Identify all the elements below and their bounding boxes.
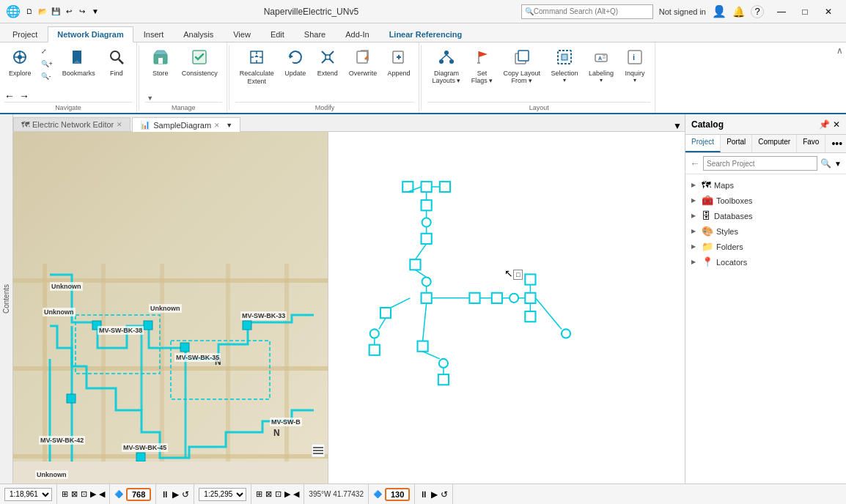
- tab-project[interactable]: Project: [3, 26, 47, 42]
- redo-button[interactable]: ↪: [76, 6, 88, 18]
- map-label-unknown-3: Unknown: [149, 304, 182, 313]
- copy-layout-button[interactable]: Copy LayoutFrom ▾: [499, 45, 545, 87]
- diagram-layouts-button[interactable]: DiagramLayouts ▾: [427, 45, 465, 87]
- notification-icon[interactable]: 🔔: [732, 6, 745, 18]
- map-pause-icon[interactable]: ⏸: [161, 489, 169, 500]
- map-nav-icon[interactable]: ▶: [90, 489, 96, 499]
- map-grid-icon[interactable]: ⊡: [81, 489, 87, 499]
- tree-item-databases[interactable]: ▶ 🗄 Databases: [685, 208, 846, 223]
- zoom-full-button[interactable]: ⤢: [37, 45, 56, 57]
- update-button[interactable]: Update: [280, 45, 311, 80]
- map-split-icon[interactable]: ◀: [99, 489, 105, 499]
- diag-scale-icon[interactable]: ⊠: [265, 489, 272, 499]
- map-refresh-icon[interactable]: ↺: [182, 489, 189, 500]
- electric-network-tab-label: Electric Network Editor: [32, 120, 114, 129]
- nav-forward[interactable]: →: [19, 90, 29, 102]
- catalog-close-icon[interactable]: ✕: [833, 119, 840, 130]
- tab-addin[interactable]: Add-In: [336, 26, 378, 42]
- svg-marker-9: [290, 54, 293, 59]
- sample-diagram-close[interactable]: ✕: [214, 122, 220, 129]
- catalog-search-input[interactable]: [703, 156, 817, 171]
- recalculate-extent-button[interactable]: RecalculateExtent: [235, 45, 279, 89]
- panel-options-left[interactable]: ▼: [670, 121, 685, 131]
- catalog-tab-favo[interactable]: Favo: [797, 135, 825, 152]
- tree-item-styles[interactable]: ▶ 🎨 Styles: [685, 223, 846, 239]
- open-button[interactable]: 📂: [37, 6, 48, 18]
- save-button[interactable]: 💾: [50, 6, 62, 18]
- diagram-scale-select[interactable]: 1:25,295: [199, 488, 246, 501]
- map-scale-icon[interactable]: ⊠: [71, 489, 78, 499]
- map-view[interactable]: N N Unknown Unknown Unknown MV-SW-BK-38 …: [13, 132, 328, 483]
- catalog-search-icon[interactable]: 🔍: [820, 158, 831, 168]
- append-button[interactable]: Append: [383, 45, 414, 80]
- manage-expand[interactable]: ▼: [145, 94, 155, 102]
- labeling-button[interactable]: A Labeling ▾: [584, 45, 618, 86]
- undo-button[interactable]: ↩: [63, 6, 75, 18]
- diagram-refresh-icon[interactable]: ↺: [441, 489, 448, 500]
- svg-rect-24: [562, 54, 567, 60]
- nav-back[interactable]: ←: [4, 90, 15, 102]
- user-icon[interactable]: 👤: [712, 4, 727, 18]
- catalog-pin-icon[interactable]: 📌: [819, 119, 830, 130]
- tab-electric-network-editor[interactable]: 🗺 Electric Network Editor ✕: [13, 117, 130, 131]
- tab-linear-referencing[interactable]: Linear Referencing: [380, 26, 472, 42]
- store-button[interactable]: Store: [145, 45, 176, 80]
- tree-item-toolboxes[interactable]: ▶ 🧰 Toolboxes: [685, 193, 846, 208]
- find-button[interactable]: Find: [101, 45, 132, 80]
- selection-button[interactable]: Selection ▾: [546, 45, 583, 86]
- diag-fit-icon[interactable]: ⊞: [256, 489, 262, 499]
- ribbon-collapse[interactable]: ∧: [836, 45, 843, 56]
- catalog-back-icon[interactable]: ←: [690, 158, 700, 169]
- explore-button[interactable]: Explore: [4, 45, 36, 80]
- zoom-in-button[interactable]: 🔍+: [37, 58, 56, 70]
- catalog-tab-computer[interactable]: Computer: [752, 135, 797, 152]
- map-options-button[interactable]: [312, 444, 325, 459]
- command-search-box[interactable]: 🔍: [521, 4, 653, 19]
- contents-tab[interactable]: Contents: [0, 114, 13, 483]
- tree-item-locators[interactable]: ▶ 📍 Locators: [685, 254, 846, 270]
- map-play-icon[interactable]: ▶: [172, 489, 179, 500]
- tab-view[interactable]: View: [224, 26, 260, 42]
- toolboxes-label: Toolboxes: [716, 196, 753, 205]
- diagram-status-section: 1:25,295: [194, 484, 251, 504]
- catalog-search-expand[interactable]: ▼: [834, 160, 842, 168]
- help-icon[interactable]: ?: [751, 5, 764, 18]
- inquiry-button[interactable]: i Inquiry ▾: [619, 45, 650, 86]
- tab-edit[interactable]: Edit: [261, 26, 294, 42]
- zoom-out-button[interactable]: 🔍-: [37, 70, 56, 82]
- tab-sample-diagram[interactable]: 📊 SampleDiagram ✕ ▼: [132, 117, 240, 132]
- tab-insert[interactable]: Insert: [134, 26, 174, 42]
- maximize-button[interactable]: □: [793, 4, 817, 19]
- diagram-play-icon[interactable]: ▶: [431, 489, 438, 500]
- bookmarks-button[interactable]: Bookmarks: [58, 45, 100, 80]
- map-fit-icon[interactable]: ⊞: [62, 489, 68, 499]
- panel-dropdown-arrow[interactable]: ▼: [226, 122, 232, 129]
- tab-network-diagram[interactable]: Network Diagram: [48, 26, 133, 42]
- close-button[interactable]: ✕: [817, 4, 840, 19]
- catalog-tab-portal[interactable]: Portal: [721, 135, 752, 152]
- quick-access-more[interactable]: ▼: [89, 6, 101, 18]
- tab-analysis[interactable]: Analysis: [174, 26, 223, 42]
- tree-item-folders[interactable]: ▶ 📁 Folders: [685, 239, 846, 254]
- ribbon-group-navigate: Explore ⤢ 🔍+ 🔍- Bookmarks: [0, 42, 137, 113]
- diag-grid-icon[interactable]: ⊡: [275, 489, 282, 499]
- append-icon: [390, 48, 408, 68]
- overwrite-button[interactable]: Overwrite: [345, 45, 382, 80]
- extend-button[interactable]: Extend: [312, 45, 343, 80]
- minimize-button[interactable]: —: [770, 4, 793, 19]
- catalog-tab-project[interactable]: Project: [685, 135, 721, 152]
- command-search-input[interactable]: [534, 7, 650, 15]
- consistency-button[interactable]: Consistency: [177, 45, 222, 80]
- diag-nav-icon[interactable]: ▶: [284, 489, 290, 499]
- diagram-view[interactable]: ↖□: [328, 132, 685, 483]
- tree-item-maps[interactable]: ▶ 🗺 Maps: [685, 177, 846, 193]
- set-flags-button[interactable]: SetFlags ▾: [466, 45, 497, 87]
- map-scale-select[interactable]: 1:18,961: [4, 488, 52, 501]
- catalog-tab-more[interactable]: •••: [825, 135, 846, 152]
- new-button[interactable]: 🗋: [23, 6, 35, 18]
- tab-share[interactable]: Share: [295, 26, 335, 42]
- electric-network-close[interactable]: ✕: [117, 121, 122, 128]
- diag-split-icon[interactable]: ◀: [293, 489, 299, 499]
- tree-arrow-folders: ▶: [691, 243, 699, 250]
- diagram-pause-icon[interactable]: ⏸: [419, 489, 428, 500]
